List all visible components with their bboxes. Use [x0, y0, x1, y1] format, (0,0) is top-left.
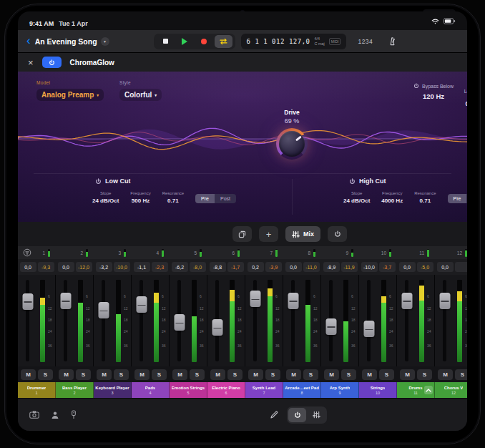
- play-button[interactable]: [176, 35, 194, 48]
- level-value[interactable]: 0.0: [450, 99, 467, 107]
- fader-handle[interactable]: [60, 293, 71, 309]
- mute-button[interactable]: M: [438, 369, 453, 380]
- solo-button[interactable]: S: [152, 369, 167, 380]
- stop-button[interactable]: [157, 35, 175, 48]
- peak-db-value[interactable]: -3,7: [379, 262, 396, 272]
- solo-button[interactable]: S: [455, 369, 467, 380]
- solo-button[interactable]: S: [379, 369, 394, 380]
- peak-db-value[interactable]: -5,0: [417, 262, 433, 272]
- mute-button[interactable]: M: [324, 369, 339, 380]
- fader-db-value[interactable]: -6,2: [172, 262, 188, 272]
- fader-db-value[interactable]: 0,0: [20, 262, 36, 272]
- lcd-meta[interactable]: 4/4 C maj: [314, 36, 324, 46]
- high-cut-power-icon[interactable]: [349, 178, 356, 185]
- fader-track[interactable]: [102, 280, 105, 361]
- mute-button[interactable]: M: [286, 369, 301, 380]
- track-label[interactable]: Arp Synth 9: [321, 382, 359, 398]
- fader-handle[interactable]: [288, 293, 298, 309]
- track-label[interactable]: Emotion Strings 5: [170, 382, 207, 398]
- fader-handle[interactable]: [136, 296, 147, 313]
- resonance-value[interactable]: 0.71: [162, 198, 184, 204]
- mute-button[interactable]: M: [97, 369, 112, 380]
- fader-db-value[interactable]: 0,0: [399, 262, 416, 272]
- peak-db-value[interactable]: -11,9: [341, 262, 358, 272]
- camera-icon[interactable]: [29, 411, 39, 419]
- solo-button[interactable]: S: [341, 369, 356, 380]
- fader-track[interactable]: [329, 280, 333, 361]
- fader-db-value[interactable]: -10,0: [361, 262, 378, 272]
- fader-track[interactable]: [139, 280, 143, 361]
- fader-handle[interactable]: [439, 293, 450, 309]
- person-icon[interactable]: [51, 411, 59, 419]
- peak-db-value[interactable]: -2,3: [152, 262, 168, 272]
- peak-db-value[interactable]: -9,3: [38, 262, 54, 272]
- model-selector[interactable]: Analog Preamp ▾: [36, 89, 104, 101]
- frequency-value[interactable]: 500 Hz: [130, 198, 150, 204]
- chevron-down-icon[interactable]: ▾: [101, 37, 109, 46]
- track-label[interactable]: Drums 11: [397, 382, 435, 398]
- level-group[interactable]: Level 0.0: [450, 83, 467, 107]
- post-button[interactable]: Post: [466, 194, 467, 203]
- slope-value[interactable]: 24 dB/Oct: [92, 198, 119, 204]
- peak-db-value[interactable]: -10,0: [114, 262, 130, 272]
- peak-db-value[interactable]: -8,0: [190, 262, 206, 272]
- solo-button[interactable]: S: [303, 369, 318, 380]
- filter-icon[interactable]: [23, 248, 31, 257]
- power-icon[interactable]: [413, 83, 419, 89]
- lcd-display[interactable]: 6 1 1 012 127,0 4/4 C maj MIDI: [241, 34, 347, 49]
- post-button[interactable]: Post: [215, 194, 236, 203]
- track-label[interactable]: Synth Lead 7: [245, 382, 283, 398]
- metronome-button[interactable]: [383, 36, 401, 47]
- mixer-power-button[interactable]: [328, 226, 347, 242]
- fader-handle[interactable]: [250, 291, 260, 307]
- fader-track[interactable]: [26, 280, 29, 361]
- fader-db-value[interactable]: -8,9: [323, 262, 340, 272]
- solo-button[interactable]: S: [38, 369, 53, 380]
- plugin-power-toggle[interactable]: [42, 57, 62, 68]
- fader-db-value[interactable]: 0,2: [248, 262, 264, 272]
- mute-button[interactable]: M: [134, 369, 150, 380]
- close-icon[interactable]: ×: [28, 58, 34, 67]
- track-label[interactable]: Arcade…eet Pad 8: [283, 382, 321, 398]
- song-title-group[interactable]: An Evening Song ▾: [35, 37, 109, 46]
- mix-toggle-button[interactable]: Mix: [285, 226, 320, 242]
- mute-button[interactable]: M: [362, 369, 377, 380]
- fader-track[interactable]: [367, 280, 371, 361]
- track-label[interactable]: Drummer 1: [18, 382, 56, 398]
- slope-value[interactable]: 24 dB/Oct: [343, 198, 370, 204]
- peak-db-value[interactable]: -1,7: [227, 262, 244, 272]
- power-view-button[interactable]: [288, 408, 306, 422]
- track-label[interactable]: Chorus V 12: [435, 382, 467, 398]
- solo-button[interactable]: S: [265, 369, 280, 380]
- pencil-icon[interactable]: [270, 411, 278, 419]
- track-label[interactable]: Pads 4: [132, 382, 170, 398]
- fader-handle[interactable]: [174, 314, 185, 331]
- mute-button[interactable]: M: [21, 369, 36, 380]
- back-button[interactable]: ‹: [25, 34, 35, 49]
- record-button[interactable]: [195, 35, 213, 48]
- fader-db-value[interactable]: -1,1: [134, 262, 150, 272]
- mute-button[interactable]: M: [210, 369, 225, 380]
- cable-connector-icon[interactable]: [71, 410, 77, 419]
- cycle-button[interactable]: [215, 35, 232, 48]
- fader-track[interactable]: [291, 280, 295, 361]
- collapse-chevron-icon[interactable]: [424, 386, 433, 394]
- solo-button[interactable]: S: [76, 369, 91, 380]
- mute-button[interactable]: M: [400, 369, 415, 380]
- peak-db-value[interactable]: -3,9: [265, 262, 282, 272]
- fader-db-value[interactable]: -8,8: [210, 262, 226, 272]
- fader-handle[interactable]: [22, 293, 33, 310]
- playhead-position[interactable]: 6 1 1 012: [247, 38, 285, 45]
- fader-handle[interactable]: [363, 321, 374, 337]
- fader-handle[interactable]: [325, 318, 336, 335]
- mute-button[interactable]: M: [172, 369, 187, 380]
- frequency-value[interactable]: 4000 Hz: [381, 198, 403, 204]
- peak-db-value[interactable]: -11,0: [303, 262, 320, 272]
- fader-db-value[interactable]: 0,0: [58, 262, 74, 272]
- track-label[interactable]: Electric Piano 6: [207, 382, 245, 398]
- mute-button[interactable]: M: [59, 369, 74, 380]
- mute-button[interactable]: M: [248, 369, 263, 380]
- low-cut-power-icon[interactable]: [95, 178, 102, 185]
- solo-button[interactable]: S: [417, 369, 432, 380]
- track-label[interactable]: Bass Player 2: [56, 382, 94, 398]
